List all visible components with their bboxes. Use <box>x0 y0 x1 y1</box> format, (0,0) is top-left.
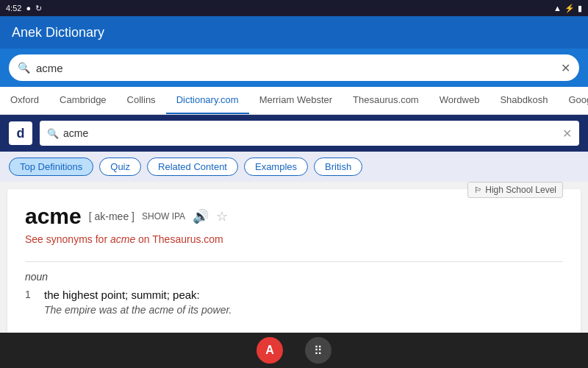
status-right: ▲ ⚡ ▮ <box>553 4 582 13</box>
pill-quiz[interactable]: Quiz <box>99 158 141 176</box>
dict-search-input[interactable]: acme <box>63 127 562 139</box>
level-text: High School Level <box>485 185 556 195</box>
search-box[interactable]: 🔍 acme ✕ <box>9 54 579 81</box>
dict-search-box[interactable]: 🔍 acme ✕ <box>40 121 579 146</box>
dictionary-header: d 🔍 acme ✕ <box>0 115 588 152</box>
synonyms-link[interactable]: See synonyms for acme on Thesaurus.com <box>25 233 228 245</box>
logo-letter: d <box>17 126 25 141</box>
tab-oxford[interactable]: Oxford <box>0 87 49 114</box>
show-ipa-button[interactable]: SHOW IPA <box>142 211 185 222</box>
bottom-nav: A ⠿ <box>0 333 588 368</box>
def-number: 1 <box>25 289 37 316</box>
tab-merriam-webster[interactable]: Merriam Webster <box>249 87 343 114</box>
def-text: the highest point; summit; peak: <box>44 289 232 301</box>
app-title: Anek Dictionary <box>12 25 104 40</box>
sync-icon: ↻ <box>35 4 42 13</box>
tab-google[interactable]: Google <box>558 87 588 114</box>
search-input[interactable]: acme <box>36 62 561 74</box>
dict-search-icon: 🔍 <box>47 128 59 139</box>
tab-dictionary-com[interactable]: Dictionary.com <box>166 87 249 114</box>
flag-icon: 🏳 <box>474 185 482 194</box>
source-tabs: Oxford Cambridge Collins Dictionary.com … <box>0 87 588 115</box>
word-content: acme [ ak-mee ] SHOW IPA 🔊 ☆ See synonym… <box>7 189 581 336</box>
dict-clear-button[interactable]: ✕ <box>562 127 572 141</box>
status-time: 4:52 <box>6 4 21 13</box>
search-icon: 🔍 <box>18 62 30 74</box>
home-button[interactable]: A <box>257 337 283 364</box>
def-example: The empire was at the acme of its power. <box>44 304 232 316</box>
dictionary-logo: d <box>9 121 32 145</box>
pills-container: Top Definitions Quiz Related Content Exa… <box>0 152 588 182</box>
status-bar: 4:52 ● ↻ ▲ ⚡ ▮ <box>0 0 588 16</box>
pill-top-definitions[interactable]: Top Definitions <box>9 158 93 176</box>
divider <box>25 261 563 262</box>
word-heading: acme [ ak-mee ] SHOW IPA 🔊 ☆ <box>25 204 228 229</box>
synonyms-suffix: on Thesaurus.com <box>135 233 223 245</box>
tab-wordweb[interactable]: Wordweb <box>429 87 490 114</box>
tab-shabdkosh[interactable]: Shabdkosh <box>490 87 558 114</box>
search-clear-button[interactable]: ✕ <box>561 61 570 75</box>
pronunciation: [ ak-mee ] <box>89 210 135 222</box>
word-class: noun <box>25 271 563 283</box>
battery-charging-icon: ⚡ <box>564 4 575 13</box>
home-letter: A <box>265 344 274 357</box>
battery-icon: ▮ <box>578 4 582 13</box>
pill-british[interactable]: British <box>314 158 362 176</box>
search-container: 🔍 acme ✕ <box>0 49 588 87</box>
bookmark-icon[interactable]: ☆ <box>216 208 228 224</box>
wifi-status-icon: ▲ <box>553 4 562 13</box>
tab-collins[interactable]: Collins <box>117 87 166 114</box>
synonyms-word: acme <box>110 233 135 245</box>
pill-related-content[interactable]: Related Content <box>147 158 238 176</box>
wifi-icon: ● <box>26 4 31 13</box>
speaker-icon[interactable]: 🔊 <box>193 208 209 224</box>
tab-cambridge[interactable]: Cambridge <box>49 87 117 114</box>
pill-examples[interactable]: Examples <box>244 158 308 176</box>
synonyms-prefix: See synonyms for <box>25 233 110 245</box>
tab-thesaurus[interactable]: Thesaurus.com <box>343 87 429 114</box>
apps-button[interactable]: ⠿ <box>305 337 331 364</box>
level-badge: 🏳 High School Level <box>467 182 563 198</box>
grid-icon: ⠿ <box>314 344 323 358</box>
app-bar: Anek Dictionary <box>0 16 588 49</box>
status-left: 4:52 ● ↻ <box>6 4 42 13</box>
definition-item: 1 the highest point; summit; peak: The e… <box>25 289 563 316</box>
def-content: the highest point; summit; peak: The emp… <box>44 289 232 316</box>
word-main: acme <box>25 204 82 229</box>
